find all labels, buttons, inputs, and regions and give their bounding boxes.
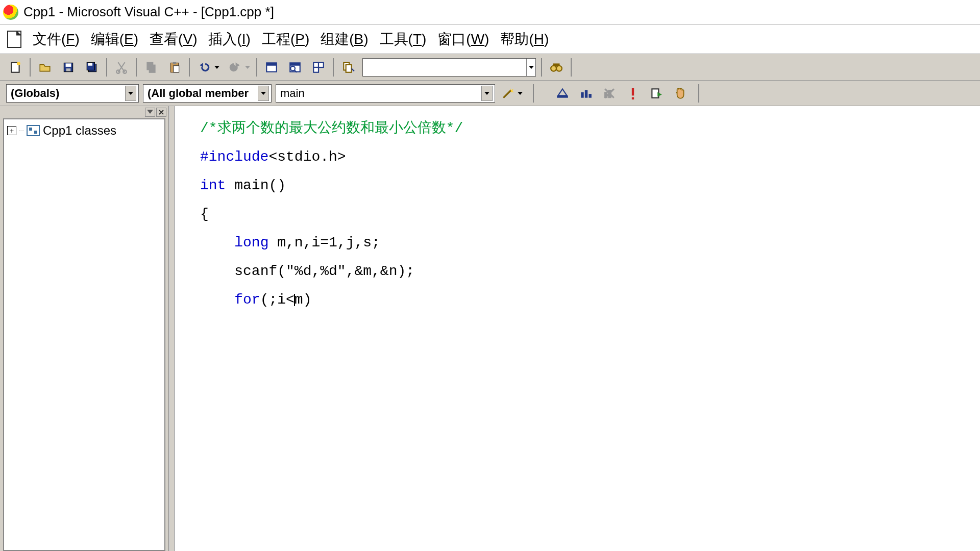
wand-icon [501,87,514,100]
function-dropdown-arrow[interactable] [481,86,493,101]
scope-combobox[interactable]: (Globals) [6,84,139,103]
code-vars: m,n,i=1,j,s; [268,235,380,251]
menu-help[interactable]: 帮助(H) [500,30,549,49]
wizard-action-button[interactable] [499,85,517,102]
menu-project[interactable]: 工程(P) [262,30,309,49]
app-icon [3,5,18,20]
code-long-kw: long [234,235,268,251]
save-icon [62,61,75,74]
undo-dropdown[interactable] [213,58,220,77]
menu-bar: 文件(F) 编辑(E) 查看(V) 插入(I) 工程(P) 组建(B) 工具(T… [0,24,980,54]
svg-rect-3 [66,63,71,67]
code-comment: /*求两个数的最大公约数和最小公倍数*/ [200,120,463,136]
svg-rect-21 [313,62,318,67]
redo-dropdown[interactable] [244,58,251,77]
find-dropdown-arrow[interactable] [526,59,535,76]
wizard-dropdown[interactable] [517,84,524,103]
find-combobox[interactable] [362,58,536,77]
code-for-kw: for [234,292,260,308]
paste-icon [168,61,181,74]
svg-rect-29 [557,95,568,97]
svg-rect-14 [174,65,179,72]
panel-dock-button[interactable] [145,108,155,117]
find-button[interactable] [547,58,566,77]
compile-icon [556,87,569,100]
workspace-window-icon [265,61,278,74]
find-in-files-icon [341,61,355,74]
splitter[interactable] [169,106,175,551]
svg-rect-16 [266,63,277,65]
title-bar: Cpp1 - Microsoft Visual C++ - [Cpp1.cpp … [0,0,980,24]
new-file-button[interactable] [6,58,24,77]
svg-rect-23 [313,67,318,72]
expand-icon[interactable]: + [7,126,16,135]
svg-rect-36 [632,97,634,99]
svg-rect-25 [346,64,352,72]
window-title: Cpp1 - Microsoft Visual C++ - [Cpp1.cpp … [23,4,274,20]
new-file-icon [9,61,22,74]
workspace-panel: + Cpp1 classes [0,106,169,551]
svg-rect-4 [66,68,71,71]
window-list-button[interactable] [309,58,328,77]
cut-button[interactable] [112,58,131,77]
members-dropdown-arrow[interactable] [258,86,269,101]
execute-button[interactable] [624,84,642,103]
svg-rect-32 [589,94,591,98]
menu-file[interactable]: 文件(F) [33,30,80,49]
class-view-tree[interactable]: + Cpp1 classes [3,118,165,551]
undo-button[interactable] [195,58,213,77]
classes-icon [27,125,40,136]
menu-edit[interactable]: 编辑(E) [91,30,138,49]
panel-close-button[interactable] [156,108,166,117]
svg-rect-7 [88,63,92,65]
copy-button[interactable] [142,58,160,77]
paste-button[interactable] [165,58,184,77]
menu-insert[interactable]: 插入(I) [208,30,250,49]
tree-root-label: Cpp1 classes [43,123,116,138]
menu-build[interactable]: 组建(B) [321,30,368,49]
stop-build-button[interactable] [600,84,619,103]
svg-rect-28 [553,63,560,66]
svg-rect-35 [632,88,634,95]
code-main-sig: main() [226,178,286,193]
code-editor[interactable]: /*求两个数的最大公约数和最小公倍数*/ #include<stdio.h> i… [175,106,980,551]
build-button[interactable] [577,84,595,103]
svg-point-26 [551,65,556,71]
window-list-icon [312,61,325,74]
hand-icon [673,87,687,100]
code-include-kw: #include [200,149,268,165]
svg-rect-18 [290,63,300,65]
workspace-window-button[interactable] [262,58,281,77]
menu-view[interactable]: 查看(V) [150,30,197,49]
stop-build-icon [603,87,616,100]
main-area: + Cpp1 classes /*求两个数的最大公约数和最小公倍数*/ #inc… [0,106,980,551]
code-int-kw: int [200,178,226,193]
find-in-files-button[interactable] [339,58,357,77]
menu-tools[interactable]: 工具(T) [380,30,427,49]
menu-window[interactable]: 窗口(W) [437,30,489,49]
cut-icon [115,61,128,74]
function-combobox[interactable]: main [276,84,495,103]
standard-toolbar [0,54,980,81]
code-scanf: scanf("%d,%d",&m,&n); [234,263,414,279]
go-icon [650,87,663,100]
go-button[interactable] [647,84,666,103]
output-window-icon [288,61,302,74]
open-button[interactable] [36,58,54,77]
svg-rect-13 [173,62,177,64]
insert-breakpoint-button[interactable] [671,84,689,103]
save-all-button[interactable] [83,58,101,77]
redo-button[interactable] [226,58,244,77]
code-for-p2: m) [295,292,312,308]
compile-button[interactable] [553,84,572,103]
members-combobox[interactable]: (All global member [143,84,272,103]
undo-icon [198,61,211,74]
scope-dropdown-arrow[interactable] [125,86,136,101]
svg-rect-11 [150,65,155,72]
tree-root-item[interactable]: + Cpp1 classes [7,123,161,138]
scope-value: (Globals) [11,87,59,100]
save-button[interactable] [59,58,78,77]
output-window-button[interactable] [286,58,304,77]
code-for-p1: (;i< [260,292,295,308]
members-value: (All global member [148,87,249,100]
